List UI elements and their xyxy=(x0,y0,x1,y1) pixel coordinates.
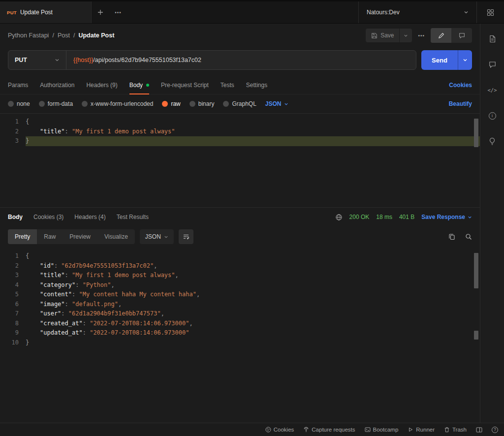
line-number: 6 xyxy=(0,300,26,310)
tab-settings[interactable]: Settings xyxy=(246,76,267,94)
body-mode-graphql[interactable]: GraphQL xyxy=(223,100,256,107)
code-text: "category": "Python", xyxy=(26,280,480,290)
request-tab-update-post[interactable]: PUT Update Post xyxy=(0,1,92,23)
text-wrap-icon xyxy=(183,233,189,240)
line-number: 3 xyxy=(0,136,26,146)
save-response-button[interactable]: Save Response xyxy=(421,214,472,220)
json-colon: : xyxy=(54,262,61,269)
response-size[interactable]: 401 B xyxy=(399,214,414,220)
save-options-button[interactable] xyxy=(399,29,412,42)
url-host-variable: {{host}} xyxy=(73,57,93,63)
help-icon: ? xyxy=(492,427,498,433)
save-label: Save xyxy=(380,32,394,39)
code-text: "title": "My first 1 demo post always", xyxy=(26,271,480,280)
json-key: "created_at" xyxy=(40,320,83,327)
environment-selector[interactable]: Natours:Dev xyxy=(358,1,476,23)
editor-scrollbar-thumb[interactable] xyxy=(474,119,478,147)
code-line: 2"id": "62d7b94e75551053f13a7c02", xyxy=(0,261,480,271)
code-text: "updated_at": "2022-07-20T08:14:06.97300… xyxy=(26,328,480,338)
environment-quick-look-button[interactable] xyxy=(476,1,504,23)
breadcrumb-request-name: Update Post xyxy=(78,32,114,39)
body-mode-form-data[interactable]: form-data xyxy=(39,100,73,107)
network-globe-icon[interactable] xyxy=(335,214,343,221)
body-mode-none[interactable]: none xyxy=(8,100,30,107)
documentation-button[interactable] xyxy=(487,33,498,44)
edit-request-button[interactable] xyxy=(431,28,451,43)
body-mode-row: none form-data x-www-form-urlencoded raw… xyxy=(0,94,480,113)
tab-options-button[interactable]: ••• xyxy=(109,1,127,23)
footer-trash-label: Trash xyxy=(452,427,467,433)
url-input[interactable]: {{host}}/api/posts/62d7b94e75551053f13a7… xyxy=(66,51,416,69)
method-selector[interactable]: PUT xyxy=(8,51,66,69)
tab-headers[interactable]: Headers (9) xyxy=(86,76,117,94)
code-line: 8"created_at": "2022-07-20T08:14:06.9730… xyxy=(0,319,480,329)
comments-rail-button[interactable] xyxy=(487,59,498,70)
footer-capture-requests-button[interactable]: Capture requests xyxy=(303,427,355,433)
chevron-down-icon xyxy=(284,102,288,106)
split-pane-icon xyxy=(476,427,482,433)
response-tab-headers[interactable]: Headers (4) xyxy=(74,214,105,220)
response-language-selector[interactable]: JSON xyxy=(140,229,174,244)
footer-capture-requests-label: Capture requests xyxy=(312,427,355,433)
tab-tests[interactable]: Tests xyxy=(220,76,234,94)
view-preview[interactable]: Preview xyxy=(63,229,97,244)
json-colon: : xyxy=(65,128,72,135)
footer-runner-button[interactable]: Runner xyxy=(408,427,435,433)
mode-label: x-www-form-urlencoded xyxy=(91,100,153,107)
response-body-viewer[interactable]: 1{ 2"id": "62d7b94e75551053f13a7c02", 3"… xyxy=(0,247,480,423)
response-tab-test-results[interactable]: Test Results xyxy=(117,214,149,220)
copy-icon[interactable] xyxy=(448,233,455,240)
info-button[interactable]: i xyxy=(487,110,498,121)
wrap-lines-button[interactable] xyxy=(179,229,193,244)
tab-params[interactable]: Params xyxy=(8,76,28,94)
breadcrumb-collection[interactable]: Python Fastapi xyxy=(8,32,49,39)
line-number: 1 xyxy=(0,251,26,261)
breadcrumb-folder[interactable]: Post xyxy=(58,32,70,39)
tab-pre-request-script[interactable]: Pre-request Script xyxy=(161,76,209,94)
status-bar: Cookies Capture requests Bootcamp Runner… xyxy=(0,423,504,436)
body-mode-raw[interactable]: raw xyxy=(162,100,180,107)
footer-cookies-button[interactable]: Cookies xyxy=(265,427,294,433)
status-code[interactable]: 200 OK xyxy=(349,214,370,220)
send-options-button[interactable] xyxy=(458,50,472,70)
raw-language-selector[interactable]: JSON xyxy=(265,100,288,107)
code-line: 5"content": "My content haha My content … xyxy=(0,290,480,300)
help-button[interactable]: ? xyxy=(492,427,498,433)
new-tab-button[interactable] xyxy=(92,1,109,23)
response-tab-body[interactable]: Body xyxy=(8,214,23,220)
request-more-actions-button[interactable]: ••• xyxy=(418,33,425,38)
json-key: "id" xyxy=(40,262,54,269)
code-line: 1{ xyxy=(0,251,480,261)
two-pane-view-button[interactable] xyxy=(476,427,482,433)
tab-label: Params xyxy=(8,82,28,89)
view-visualize[interactable]: Visualize xyxy=(97,229,135,244)
tab-body[interactable]: Body xyxy=(129,76,149,94)
footer-trash-button[interactable]: Trash xyxy=(444,427,467,433)
cookies-link[interactable]: Cookies xyxy=(449,76,472,94)
response-tool-icons xyxy=(448,233,472,240)
code-snippet-button[interactable]: </> xyxy=(487,85,498,95)
search-icon[interactable] xyxy=(465,233,472,240)
line-number: 2 xyxy=(0,127,26,137)
view-raw[interactable]: Raw xyxy=(37,229,63,244)
pull-request-bulb-button[interactable] xyxy=(487,136,498,147)
save-button[interactable]: Save xyxy=(366,29,399,42)
body-mode-urlencoded[interactable]: x-www-form-urlencoded xyxy=(82,100,153,107)
response-time[interactable]: 18 ms xyxy=(376,214,392,220)
json-colon: : xyxy=(72,291,79,298)
send-button[interactable]: Send xyxy=(421,50,458,70)
view-pretty[interactable]: Pretty xyxy=(8,229,37,244)
body-modified-dot xyxy=(146,84,149,87)
tab-authorization[interactable]: Authorization xyxy=(40,76,74,94)
response-scrollbar-thumb[interactable] xyxy=(474,253,478,288)
tab-method-label: PUT xyxy=(7,10,17,15)
body-mode-binary[interactable]: binary xyxy=(189,100,215,107)
bootcamp-icon xyxy=(365,427,371,433)
comments-button[interactable] xyxy=(451,28,472,43)
mode-label: GraphQL xyxy=(232,100,256,107)
response-tab-cookies[interactable]: Cookies (3) xyxy=(33,214,63,220)
json-key: "user" xyxy=(40,310,61,317)
footer-bootcamp-button[interactable]: Bootcamp xyxy=(365,427,399,433)
beautify-link[interactable]: Beautify xyxy=(449,100,472,107)
request-body-editor[interactable]: 1{ 2"title": "My first 1 demo post alway… xyxy=(0,113,480,208)
